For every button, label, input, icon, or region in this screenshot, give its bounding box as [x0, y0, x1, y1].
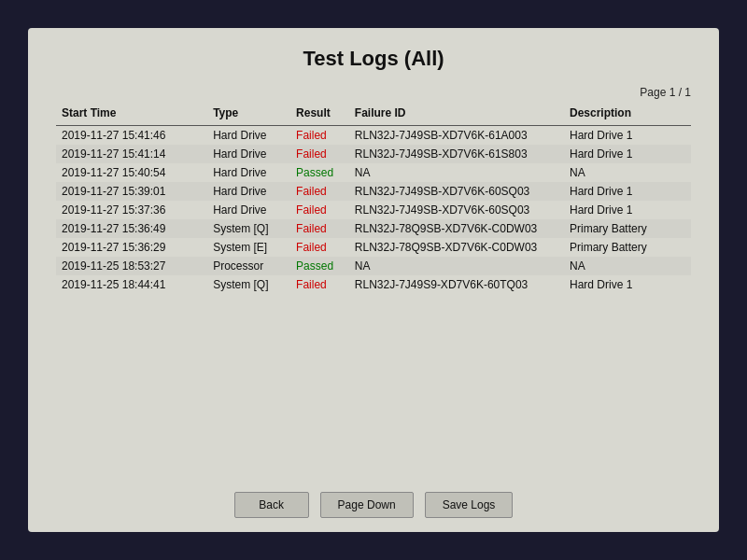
cell-start-time: 2019-11-27 15:37:36: [56, 201, 207, 219]
cell-type: Processor: [207, 257, 290, 275]
save-logs-button[interactable]: Save Logs: [425, 492, 514, 518]
cell-description: NA: [564, 163, 691, 182]
cell-failure-id: NA: [349, 257, 564, 275]
header-start-time: Start Time: [56, 103, 207, 126]
table-row: 2019-11-25 18:53:27 Processor Passed NA …: [56, 257, 691, 275]
cell-result: Failed: [290, 145, 349, 163]
table-row: 2019-11-27 15:41:46 Hard Drive Failed RL…: [56, 126, 691, 146]
cell-description: Hard Drive 1: [564, 126, 691, 146]
back-button[interactable]: Back: [234, 492, 309, 518]
cell-start-time: 2019-11-25 18:53:27: [56, 257, 207, 275]
cell-result: Failed: [290, 126, 349, 146]
cell-failure-id: RLN32J-78Q9SB-XD7V6K-C0DW03: [349, 238, 564, 257]
page-title: Test Logs (All): [56, 47, 691, 71]
header-failure-id: Failure ID: [349, 103, 564, 126]
test-logs-table: Start Time Type Result Failure ID Descri…: [56, 103, 691, 294]
table-row: 2019-11-27 15:36:29 System [E] Failed RL…: [56, 238, 691, 257]
cell-failure-id: RLN32J-78Q9SB-XD7V6K-C0DW03: [349, 219, 564, 238]
cell-description: NA: [564, 257, 691, 275]
cell-failure-id: NA: [349, 163, 564, 182]
header-type: Type: [207, 103, 290, 126]
table-row: 2019-11-27 15:39:01 Hard Drive Failed RL…: [56, 182, 691, 201]
cell-type: Hard Drive: [207, 145, 290, 163]
cell-result: Failed: [290, 275, 349, 294]
cell-type: Hard Drive: [207, 126, 290, 146]
cell-description: Hard Drive 1: [564, 201, 691, 219]
cell-start-time: 2019-11-27 15:41:46: [56, 126, 207, 146]
cell-result: Failed: [290, 219, 349, 238]
cell-description: Hard Drive 1: [564, 182, 691, 201]
cell-type: Hard Drive: [207, 163, 290, 182]
cell-failure-id: RLN32J-7J49SB-XD7V6K-61A003: [349, 126, 564, 146]
cell-result: Failed: [290, 182, 349, 201]
page-info: Page 1 / 1: [56, 86, 691, 99]
cell-description: Primary Battery: [564, 238, 691, 257]
cell-failure-id: RLN32J-7J49SB-XD7V6K-60SQ03: [349, 182, 564, 201]
cell-type: Hard Drive: [207, 182, 290, 201]
cell-failure-id: RLN32J-7J49SB-XD7V6K-60SQ03: [349, 201, 564, 219]
cell-failure-id: RLN32J-7J49S9-XD7V6K-60TQ03: [349, 275, 564, 294]
cell-start-time: 2019-11-27 15:39:01: [56, 182, 207, 201]
cell-start-time: 2019-11-25 18:44:41: [56, 275, 207, 294]
cell-type: System [Q]: [207, 219, 290, 238]
cell-result: Passed: [290, 163, 349, 182]
cell-description: Primary Battery: [564, 219, 691, 238]
cell-start-time: 2019-11-27 15:36:29: [56, 238, 207, 257]
cell-type: System [Q]: [207, 275, 290, 294]
cell-description: Hard Drive 1: [564, 275, 691, 294]
cell-result: Failed: [290, 238, 349, 257]
table-row: 2019-11-27 15:37:36 Hard Drive Failed RL…: [56, 201, 691, 219]
cell-type: Hard Drive: [207, 201, 290, 219]
table-container: Start Time Type Result Failure ID Descri…: [56, 103, 691, 475]
cell-description: Hard Drive 1: [564, 145, 691, 163]
cell-start-time: 2019-11-27 15:36:49: [56, 219, 207, 238]
table-row: 2019-11-25 18:44:41 System [Q] Failed RL…: [56, 275, 691, 294]
table-row: 2019-11-27 15:41:14 Hard Drive Failed RL…: [56, 145, 691, 163]
page-down-button[interactable]: Page Down: [320, 492, 414, 518]
cell-result: Passed: [290, 257, 349, 275]
header-description: Description: [564, 103, 691, 126]
cell-failure-id: RLN32J-7J49SB-XD7V6K-61S803: [349, 145, 564, 163]
footer-buttons: Back Page Down Save Logs: [56, 484, 691, 518]
cell-result: Failed: [290, 201, 349, 219]
cell-type: System [E]: [207, 238, 290, 257]
table-row: 2019-11-27 15:40:54 Hard Drive Passed NA…: [56, 163, 691, 182]
cell-start-time: 2019-11-27 15:40:54: [56, 163, 207, 182]
cell-start-time: 2019-11-27 15:41:14: [56, 145, 207, 163]
table-header-row: Start Time Type Result Failure ID Descri…: [56, 103, 691, 126]
header-result: Result: [290, 103, 349, 126]
table-row: 2019-11-27 15:36:49 System [Q] Failed RL…: [56, 219, 691, 238]
screen: Test Logs (All) Page 1 / 1 Start Time Ty…: [28, 28, 719, 532]
